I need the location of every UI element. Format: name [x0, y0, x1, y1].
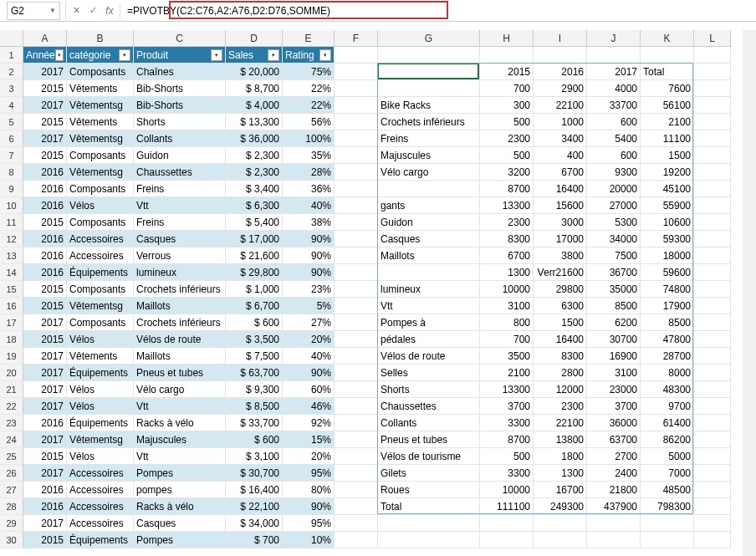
cell[interactable] — [335, 197, 378, 214]
cell[interactable]: 2017 — [23, 381, 67, 398]
cell[interactable] — [378, 47, 480, 64]
cell[interactable]: Équipements — [67, 264, 134, 281]
cell[interactable] — [335, 231, 378, 247]
cell[interactable]: Équipements — [67, 365, 134, 381]
cell[interactable]: $ 20,000 — [226, 64, 283, 80]
cell[interactable]: $ 600 — [226, 314, 283, 331]
cell[interactable] — [694, 498, 731, 515]
cell[interactable] — [335, 415, 378, 431]
cell[interactable]: Composants — [67, 147, 134, 164]
column-header-L[interactable]: L — [694, 30, 731, 47]
cell[interactable]: 36700 — [587, 264, 641, 281]
table-header-cell[interactable]: catégorie▾ — [67, 47, 134, 64]
cell[interactable] — [480, 532, 534, 548]
cell[interactable] — [335, 214, 378, 231]
cell[interactable]: 22100 — [534, 97, 587, 114]
cell[interactable]: $ 34,000 — [226, 515, 283, 532]
cell[interactable]: 48500 — [641, 482, 694, 498]
cell[interactable]: Pompes à — [378, 314, 480, 331]
cell[interactable]: 2016 — [23, 231, 67, 247]
cell[interactable]: 3700 — [587, 398, 641, 415]
cell[interactable]: 2016 — [23, 181, 67, 197]
cell[interactable] — [335, 298, 378, 314]
cell[interactable]: 22% — [283, 97, 335, 114]
cell[interactable]: Vélo cargo — [134, 381, 226, 398]
cell[interactable]: 3300 — [480, 465, 534, 482]
cell[interactable] — [335, 515, 378, 532]
row-header[interactable]: 13 — [0, 247, 23, 264]
cell[interactable]: Bib-Shorts — [134, 97, 226, 114]
cell[interactable]: Vêtements — [67, 348, 134, 365]
cell[interactable] — [694, 365, 731, 381]
cell[interactable]: 500 — [480, 147, 534, 164]
cell[interactable]: Roues — [378, 482, 480, 498]
cell[interactable] — [335, 465, 378, 482]
cell[interactable] — [694, 114, 731, 130]
cell[interactable]: 90% — [283, 247, 335, 264]
cell[interactable]: Vélos — [67, 448, 134, 465]
cell[interactable]: Vêtementsg — [67, 431, 134, 448]
cell[interactable]: 16400 — [534, 331, 587, 348]
cell[interactable] — [335, 164, 378, 181]
cell[interactable]: 10% — [283, 532, 335, 548]
cell[interactable] — [694, 214, 731, 231]
cell[interactable]: Verr21600 — [534, 264, 587, 281]
cell[interactable]: 2015 — [23, 80, 67, 97]
cell[interactable]: 20000 — [587, 181, 641, 197]
cell[interactable]: Vtt — [134, 398, 226, 415]
row-header[interactable]: 7 — [0, 147, 23, 164]
table-header-cell[interactable]: Sales▾ — [226, 47, 283, 64]
cell[interactable] — [335, 498, 378, 515]
cell[interactable]: 12000 — [534, 381, 587, 398]
cell[interactable]: 2400 — [587, 465, 641, 482]
cell[interactable]: Majuscules — [378, 147, 480, 164]
cell[interactable]: Vêtementsg — [67, 97, 134, 114]
cell[interactable]: pompes — [134, 482, 226, 498]
cell[interactable]: $ 29,800 — [226, 264, 283, 281]
column-header-G[interactable]: G — [378, 30, 480, 47]
cell[interactable]: $ 3,400 — [226, 181, 283, 197]
cell[interactable]: 800 — [480, 314, 534, 331]
cell[interactable]: 95% — [283, 515, 335, 532]
cell[interactable]: 17900 — [641, 298, 694, 314]
cell[interactable]: 2017 — [23, 64, 67, 80]
cell[interactable]: 90% — [283, 365, 335, 381]
cell[interactable]: $ 700 — [226, 532, 283, 548]
column-header-D[interactable]: D — [226, 30, 283, 47]
column-header-C[interactable]: C — [134, 30, 226, 47]
cell[interactable]: 1800 — [534, 448, 587, 465]
formula-input[interactable]: =PIVOTBY(C2:C76,A2:A76,D2:D76,SOMME) — [122, 5, 756, 17]
cell[interactable]: Pneus et tubes — [378, 431, 480, 448]
cell[interactable]: Composants — [67, 214, 134, 231]
cell[interactable]: 6200 — [587, 314, 641, 331]
cell[interactable] — [378, 532, 480, 548]
cell[interactable]: $ 21,600 — [226, 247, 283, 264]
cell[interactable]: Crochets inférieurs — [134, 314, 226, 331]
cell[interactable]: Guidon — [378, 214, 480, 231]
cell[interactable]: 2015 — [23, 298, 67, 314]
cell[interactable] — [694, 532, 731, 548]
row-header[interactable]: 11 — [0, 214, 23, 231]
cell[interactable]: 2016 — [534, 64, 587, 80]
table-header-cell[interactable]: Année▾ — [23, 47, 67, 64]
row-header[interactable]: 4 — [0, 97, 23, 114]
cell[interactable]: Accessoires — [67, 515, 134, 532]
cell[interactable] — [694, 281, 731, 298]
cell[interactable] — [641, 47, 694, 64]
cell[interactable]: 700 — [480, 80, 534, 97]
cell[interactable]: 17000 — [534, 231, 587, 247]
name-box[interactable]: G2 ▼ — [7, 2, 60, 20]
cell[interactable]: 28% — [283, 164, 335, 181]
cell[interactable] — [694, 398, 731, 415]
cell[interactable]: Gilets — [378, 465, 480, 482]
cell[interactable]: Équipements — [67, 415, 134, 431]
row-header[interactable]: 10 — [0, 197, 23, 214]
cell[interactable]: 90% — [283, 498, 335, 515]
cell[interactable]: Vtt — [134, 197, 226, 214]
cell[interactable]: Vêtementsg — [67, 298, 134, 314]
cell[interactable] — [694, 80, 731, 97]
filter-icon[interactable]: ▾ — [319, 49, 331, 61]
row-header[interactable]: 6 — [0, 130, 23, 147]
cell[interactable]: 61400 — [641, 415, 694, 431]
cell[interactable]: 1500 — [641, 147, 694, 164]
